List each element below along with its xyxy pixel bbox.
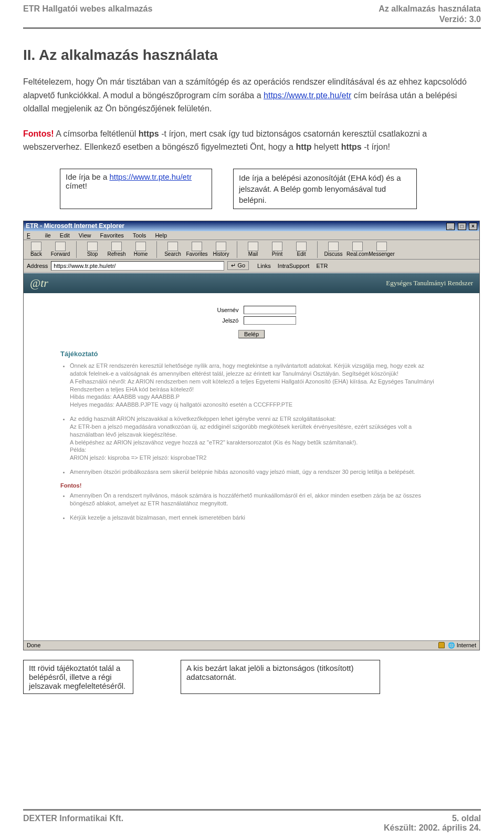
username-label: Usernév bbox=[207, 307, 238, 313]
callout-login: Ide írja a belépési azonosítóját (EHA kó… bbox=[233, 169, 417, 209]
close-icon[interactable]: × bbox=[469, 223, 477, 230]
taj-item-2: Az eddig használt ARION jelszavakkal a k… bbox=[70, 415, 443, 462]
tb-refresh[interactable]: Refresh bbox=[106, 242, 127, 257]
address-input[interactable] bbox=[51, 261, 224, 271]
tb-history[interactable]: History bbox=[211, 242, 232, 257]
edit-icon bbox=[296, 242, 307, 251]
ie-content: @tr Egységes Tanulmányi Rendszer Usernév… bbox=[24, 273, 479, 640]
minimize-icon[interactable]: _ bbox=[446, 223, 455, 230]
forward-icon bbox=[55, 242, 66, 251]
window-controls: _ □ × bbox=[445, 222, 477, 230]
tb-home[interactable]: Home bbox=[130, 242, 151, 257]
menu-edit[interactable]: Edit bbox=[60, 232, 70, 239]
maximize-icon[interactable]: □ bbox=[458, 223, 466, 230]
tb-favorites[interactable]: Favorites bbox=[186, 242, 207, 257]
login-form: Usernév Jelszó Belép bbox=[24, 293, 479, 344]
ie-toolbar: Back Forward Stop Refresh Home Search Fa… bbox=[24, 240, 479, 260]
menu-tools[interactable]: Tools bbox=[133, 232, 146, 239]
tb-discuss[interactable]: Discuss bbox=[323, 242, 344, 257]
footer-left: DEXTER Informatikai Kft. bbox=[23, 814, 123, 833]
warning-paragraph: Fontos! A címsorba feltétlenül https -t … bbox=[23, 127, 481, 154]
ie-screenshot: ETR - Microsoft Internet Explorer _ □ × … bbox=[23, 221, 480, 650]
callout-lock: A kis bezárt lakat jelöli a biztonságos … bbox=[181, 660, 380, 694]
tb-stop[interactable]: Stop bbox=[82, 242, 103, 257]
ie-titlebar: ETR - Microsoft Internet Explorer _ □ × bbox=[24, 221, 479, 231]
tb-mail[interactable]: Mail bbox=[243, 242, 264, 257]
menu-favorites[interactable]: Favorites bbox=[100, 232, 124, 239]
document-footer: DEXTER Informatikai Kft. 5. oldal Készül… bbox=[23, 809, 481, 833]
links-label: Links bbox=[257, 263, 271, 269]
callout-address: Ide írja be a https://www.tr.pte.hu/etr … bbox=[60, 169, 212, 209]
taj-item-1: Önnek az ETR rendszerén keresztül lehető… bbox=[70, 362, 443, 409]
fontos-subhead: Fontos! bbox=[60, 482, 443, 489]
etr-header: @tr Egységes Tanulmányi Rendszer bbox=[24, 273, 479, 293]
menu-file[interactable]: File bbox=[27, 232, 51, 239]
intro-paragraph: Feltételezem, hogy Ön már tisztában van … bbox=[23, 75, 481, 116]
taj-item-3: Amennyiben ötszöri próbálkozásra sem sik… bbox=[70, 468, 443, 476]
tb-forward[interactable]: Forward bbox=[50, 242, 71, 257]
header-version: Verzió: 3.0 bbox=[23, 15, 481, 24]
username-input[interactable] bbox=[244, 306, 296, 314]
favorites-icon bbox=[192, 242, 202, 251]
status-done: Done bbox=[27, 642, 40, 648]
password-label: Jelszó bbox=[207, 317, 238, 324]
stop-icon bbox=[87, 242, 98, 251]
callout-tajekoztato: Itt rövid tájékoztatót talál a belépésrő… bbox=[23, 660, 133, 694]
document-header: ETR Hallgatói webes alkalmazás Az alkalm… bbox=[0, 0, 504, 29]
link-etr[interactable]: ETR bbox=[316, 263, 328, 269]
menu-help[interactable]: Help bbox=[155, 232, 167, 239]
footer-page: 5. oldal bbox=[452, 814, 481, 823]
tb-back[interactable]: Back bbox=[26, 242, 47, 257]
document-body: II. Az alkalmazás használata Feltételeze… bbox=[0, 29, 504, 209]
taj-item-5: Kérjük kezelje a jelszavát bizalmasan, m… bbox=[70, 514, 443, 522]
etr-url-link[interactable]: https://www.tr.pte.hu/etr bbox=[264, 91, 351, 100]
menu-view[interactable]: View bbox=[79, 232, 91, 239]
ie-statusbar: Done 🌐 Internet bbox=[24, 640, 479, 650]
etr-logo: @tr bbox=[30, 276, 48, 290]
tb-messenger[interactable]: Messenger bbox=[371, 242, 392, 257]
login-button[interactable]: Belép bbox=[238, 330, 265, 338]
go-button[interactable]: ↵ Go bbox=[227, 261, 249, 270]
header-right: Az alkalmazás használata bbox=[379, 4, 481, 14]
lock-icon bbox=[438, 642, 445, 648]
links-bar: Links IntraSupport ETR bbox=[252, 263, 328, 269]
status-zone: 🌐 Internet bbox=[448, 642, 476, 649]
section-title: II. Az alkalmazás használata bbox=[23, 47, 481, 64]
ie-menubar: File Edit View Favorites Tools Help bbox=[24, 231, 479, 240]
print-icon bbox=[272, 242, 282, 251]
window-title: ETR - Microsoft Internet Explorer bbox=[26, 222, 124, 230]
real-icon bbox=[352, 242, 363, 251]
back-icon bbox=[31, 242, 41, 251]
messenger-icon bbox=[376, 242, 387, 251]
callout-address-link[interactable]: https://www.tr.pte.hu/etr bbox=[109, 172, 192, 181]
tajekoztato-title: Tájékoztató bbox=[60, 350, 443, 358]
discuss-icon bbox=[328, 242, 339, 251]
lower-callouts: Itt rövid tájékoztatót talál a belépésrő… bbox=[23, 660, 481, 694]
tb-search[interactable]: Search bbox=[162, 242, 183, 257]
header-left: ETR Hallgatói webes alkalmazás bbox=[23, 4, 152, 14]
addr-label: Address bbox=[27, 263, 48, 269]
refresh-icon bbox=[111, 242, 122, 251]
password-input[interactable] bbox=[244, 316, 296, 325]
search-icon bbox=[167, 242, 178, 251]
etr-tagline: Egységes Tanulmányi Rendszer bbox=[386, 279, 473, 287]
history-icon bbox=[216, 242, 226, 251]
mail-icon bbox=[248, 242, 258, 251]
tb-print[interactable]: Print bbox=[267, 242, 288, 257]
footer-date: Készült: 2002. április 24. bbox=[384, 823, 481, 832]
fontos-label: Fontos! bbox=[23, 129, 54, 138]
home-icon bbox=[135, 242, 146, 251]
link-intrasupport[interactable]: IntraSupport bbox=[278, 263, 310, 269]
ie-addressbar: Address ↵ Go Links IntraSupport ETR bbox=[24, 260, 479, 273]
tajekoztato: Tájékoztató Önnek az ETR rendszerén kere… bbox=[24, 344, 479, 533]
taj-item-4: Amennyiben Ön a rendszert nyilvános, más… bbox=[70, 492, 443, 507]
upper-callouts: Ide írja be a https://www.tr.pte.hu/etr … bbox=[23, 169, 481, 209]
tb-edit[interactable]: Edit bbox=[291, 242, 312, 257]
tb-realcom[interactable]: Real.com bbox=[347, 242, 368, 257]
